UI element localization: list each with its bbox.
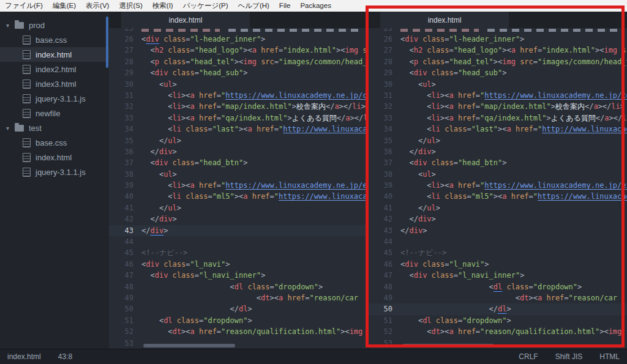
code-line[interactable]: 48 <dl class="dropdown"> — [368, 281, 627, 292]
menu-item[interactable]: パッケージ(P) — [178, 0, 233, 12]
menu-item[interactable]: ファイル(F) — [0, 0, 48, 12]
code-line[interactable]: 52 <dt><a href="reason/qualification.htm… — [109, 326, 367, 337]
code-line[interactable]: 51 <dl class="dropdown"> — [109, 315, 367, 326]
menu-item[interactable]: File — [274, 0, 296, 12]
code-line[interactable]: 44 — [109, 236, 367, 247]
code-line[interactable]: 42 </div> — [109, 214, 367, 225]
menu-item[interactable]: 表示(V) — [81, 0, 114, 12]
code-text: <dl class="dropdown"> — [141, 315, 367, 326]
token: "l-header_inner" — [449, 35, 520, 43]
code-line[interactable]: 33 <li><a href="qa/index.html">よくある質問</a… — [109, 113, 367, 124]
file-item-newfile[interactable]: newfile — [0, 106, 109, 121]
tab-index-html[interactable]: index.html — [380, 12, 509, 28]
line-number: 52 — [368, 326, 400, 337]
token: </ — [150, 147, 159, 156]
code-line[interactable]: 45<!--ナビ--> — [368, 247, 627, 258]
code-line[interactable]: 43</div> — [368, 225, 627, 236]
menu-item[interactable]: 検索(I) — [148, 0, 178, 12]
menu-item[interactable]: 選択(S) — [114, 0, 147, 12]
file-item-base-css[interactable]: base.css — [0, 135, 109, 150]
code-line[interactable]: 49 <dt><a href="reason/car — [109, 292, 367, 303]
code-line[interactable]: 40 <li class="ml5"><a href="https://www.… — [109, 191, 367, 202]
code-line[interactable]: 36 </div> — [109, 146, 367, 157]
file-item-index-html[interactable]: index.html — [0, 150, 109, 165]
token: https://www.linuxacademy.ne.jp/exp — [484, 181, 627, 190]
token: > — [243, 158, 247, 167]
file-item-index3-html[interactable]: index3.html — [0, 76, 109, 91]
code-line[interactable]: 42 </div> — [368, 214, 627, 225]
code-line[interactable]: 30 <ul> — [109, 79, 367, 90]
menu-item[interactable]: ヘルプ(H) — [233, 0, 274, 12]
token — [400, 114, 427, 122]
code-line[interactable]: 43</div> — [109, 225, 367, 236]
code-line[interactable]: 37 <div class="head_btn"> — [368, 157, 627, 168]
code-line[interactable]: 46<div class="l_navi"> — [109, 259, 367, 270]
code-line[interactable]: 39 <li><a href="https://www.linuxacademy… — [368, 180, 627, 191]
code-line[interactable]: 33 <li><a href="qa/index.html">よくある質問</a… — [368, 113, 627, 124]
code-line[interactable]: 32 <li><a href="map/index.html">校舎案内</a>… — [109, 101, 367, 112]
token: href — [454, 114, 476, 122]
status-cursor-position[interactable]: 43:8 — [58, 352, 72, 361]
code-line[interactable]: 35 </ul> — [109, 135, 367, 146]
code-line[interactable]: 41 </ul> — [368, 202, 627, 214]
token: = — [445, 58, 449, 66]
status-line-ending[interactable]: CRLF — [519, 352, 538, 361]
token: "l_navi_inner" — [458, 271, 520, 280]
file-item-index-html[interactable]: index.html — [0, 47, 109, 62]
code-line[interactable]: 31 <li><a href="https://www.linuxacademy… — [368, 90, 627, 101]
code-line[interactable]: 26<div class="l-header_inner"> — [109, 34, 367, 45]
code-line[interactable]: 50 </dl> — [368, 303, 627, 314]
file-item-base-css[interactable]: base.css — [0, 32, 109, 47]
code-line[interactable]: 50 </dl> — [109, 303, 367, 314]
code-line[interactable]: 39 <li><a href="https://www.linuxacademy… — [109, 180, 367, 191]
code-line[interactable]: 29 <div class="head_sub"> — [368, 67, 627, 78]
code-line[interactable]: 31 <li><a href="https://www.linuxacademy… — [109, 90, 367, 101]
menu-item[interactable]: 編集(E) — [48, 0, 81, 12]
status-filename[interactable]: index.html — [7, 352, 41, 361]
file-item-jquery-3-1-1-js[interactable]: jquery-3.1.1.js — [0, 91, 109, 106]
code-line[interactable]: 28 <p class="head_tel"><img src="images/… — [109, 56, 367, 67]
editor-split: index.html2526<div class="l-header_inner… — [109, 12, 627, 349]
status-grammar[interactable]: HTML — [599, 352, 620, 361]
code-line[interactable]: 30 <ul> — [368, 79, 627, 90]
tab-index-html[interactable]: index.html — [121, 12, 250, 28]
code-line[interactable]: 38 <ul> — [109, 169, 367, 180]
horizontal-scrollbar[interactable] — [143, 344, 235, 347]
code-line[interactable]: 26<div class="l-header_inner"> — [368, 34, 627, 45]
code-line[interactable]: 37 <div class="head_btn"> — [109, 157, 367, 168]
code-text: <div class="head_sub"> — [141, 67, 367, 78]
code-line[interactable]: 40 <li class="ml5"><a href="https://www.… — [368, 191, 627, 202]
code-line[interactable]: 41 </ul> — [109, 202, 367, 214]
code-line[interactable]: 36 </div> — [368, 146, 627, 157]
code-line[interactable]: 35 </ul> — [368, 135, 627, 146]
code-line[interactable]: 38 <ul> — [368, 169, 627, 180]
sidebar-scrollbar[interactable] — [106, 17, 108, 68]
code-line[interactable]: 47 <div class="l_navi_inner"> — [109, 270, 367, 281]
code-line[interactable]: 25 — [368, 28, 627, 34]
code-line[interactable]: 48 <dl class="dropdown"> — [109, 281, 367, 292]
code-line[interactable]: 29 <div class="head_sub"> — [109, 67, 367, 78]
code-line[interactable]: 25 — [109, 28, 367, 34]
code-line[interactable]: 44 — [368, 236, 627, 247]
code-line[interactable]: 32 <li><a href="map/index.html">校舎案内</a>… — [368, 101, 627, 112]
code-line[interactable]: 34 <li class="last"><a href="http://www.… — [109, 124, 367, 135]
folder-item-test[interactable]: ▾test — [0, 121, 109, 135]
code-line[interactable]: 28 <p class="head_tel"><img src="images/… — [368, 56, 627, 67]
horizontal-scrollbar[interactable] — [402, 344, 494, 347]
code-line[interactable]: 47 <div class="l_navi_inner"> — [368, 270, 627, 281]
code-line[interactable]: 49 <dt><a href="reason/car — [368, 292, 627, 303]
token: src — [358, 46, 367, 54]
code-line[interactable]: 51 <dl class="dropdown"> — [368, 315, 627, 326]
status-encoding[interactable]: Shift JIS — [555, 352, 583, 361]
code-line[interactable]: 27 <h2 class="head_logo"><a href="index.… — [109, 45, 367, 56]
file-item-index2-html[interactable]: index2.html — [0, 62, 109, 76]
code-line[interactable]: 27 <h2 class="head_logo"><a href="index.… — [368, 45, 627, 56]
code-line[interactable]: 52 <dt><a href="reason/qualification.htm… — [368, 326, 627, 337]
menu-item[interactable]: Packages — [295, 0, 336, 12]
code-line[interactable]: 45<!--ナビ--> — [109, 247, 367, 258]
code-text — [141, 29, 367, 34]
file-item-jquery-3-1-1-js[interactable]: jquery-3.1.1.js — [0, 165, 109, 179]
folder-item-prod[interactable]: ▾prod — [0, 18, 109, 32]
code-line[interactable]: 34 <li class="last"><a href="http://www.… — [368, 124, 627, 135]
code-line[interactable]: 46<div class="l_navi"> — [368, 259, 627, 270]
